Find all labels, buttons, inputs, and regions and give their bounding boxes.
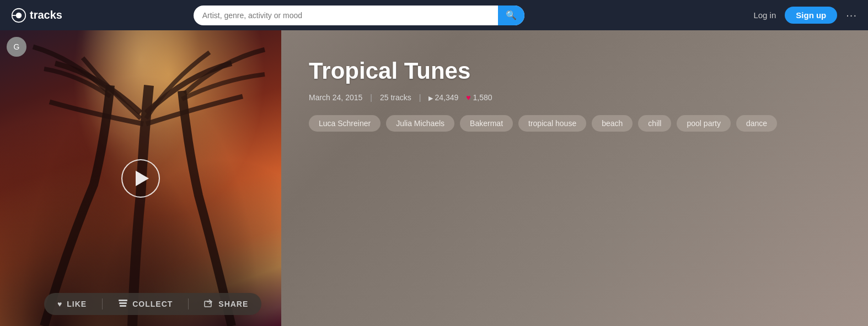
tags-container: Luca SchreinerJulia MichaelsBakermattrop… <box>309 115 840 132</box>
share-button[interactable]: SHARE <box>204 299 248 309</box>
collect-button[interactable]: COLLECT <box>118 299 173 309</box>
collect-label: COLLECT <box>132 300 173 308</box>
playlist-date: March 24, 2015 <box>309 93 362 102</box>
login-button[interactable]: Log in <box>753 10 776 20</box>
logo-text: tracks <box>30 9 62 21</box>
share-label: SHARE <box>218 300 248 308</box>
like-button[interactable]: ♥ LIKE <box>57 300 87 308</box>
divider-2 <box>188 298 189 309</box>
play-button[interactable] <box>121 159 160 198</box>
main-content: G ♥ LIKE COLLECT <box>0 30 868 326</box>
info-section: Tropical Tunes March 24, 2015 | 25 track… <box>281 30 868 326</box>
heart-icon: ♥ <box>57 300 62 308</box>
meta-row: March 24, 2015 | 25 tracks | 24,349 1,58… <box>309 93 840 102</box>
tag-0[interactable]: Luca Schreiner <box>309 115 381 132</box>
like-count: 1,580 <box>466 93 492 102</box>
album-art: G <box>0 30 281 326</box>
like-label: LIKE <box>67 300 87 308</box>
navbar: tracks 🔍 Log in Sign up ··· <box>0 0 868 30</box>
svg-rect-4 <box>119 302 127 304</box>
play-icon <box>136 171 149 186</box>
avatar[interactable]: G <box>7 37 26 57</box>
signup-button[interactable]: Sign up <box>785 7 837 24</box>
playlist-title: Tropical Tunes <box>309 58 840 84</box>
search-input[interactable] <box>194 7 498 24</box>
tag-1[interactable]: Julia Michaels <box>386 115 454 132</box>
tag-3[interactable]: tropical house <box>518 115 586 132</box>
sep-2: | <box>419 93 421 102</box>
search-bar: 🔍 <box>194 6 524 25</box>
play-count: 24,349 <box>428 93 458 102</box>
svg-rect-3 <box>119 300 127 301</box>
svg-rect-5 <box>120 305 126 307</box>
search-button[interactable]: 🔍 <box>498 6 524 25</box>
tag-2[interactable]: Bakermat <box>460 115 513 132</box>
logo[interactable]: tracks <box>11 8 62 23</box>
tag-6[interactable]: pool party <box>677 115 730 132</box>
tag-7[interactable]: dance <box>736 115 777 132</box>
tag-5[interactable]: chill <box>638 115 671 132</box>
svg-point-1 <box>16 12 22 18</box>
album-section: G ♥ LIKE COLLECT <box>0 30 281 326</box>
more-menu-button[interactable]: ··· <box>846 9 857 21</box>
share-icon <box>204 299 214 309</box>
divider-1 <box>102 298 103 309</box>
sep-1: | <box>370 93 372 102</box>
collect-icon <box>118 299 128 309</box>
nav-right: Log in Sign up ··· <box>753 7 857 24</box>
tag-4[interactable]: beach <box>592 115 633 132</box>
track-count: 25 tracks <box>380 93 411 102</box>
action-bar: ♥ LIKE COLLECT <box>44 293 261 315</box>
